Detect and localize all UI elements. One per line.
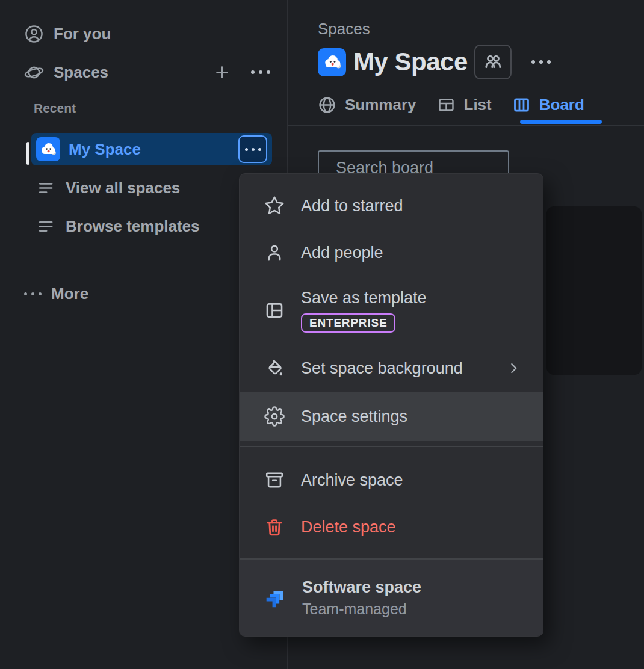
tabbar-border — [288, 125, 644, 126]
menu-item-archive-space[interactable]: Archive space — [240, 457, 543, 504]
page-title: My Space — [353, 48, 468, 76]
menu-footer: Software space Team-managed — [240, 560, 543, 636]
menu-item-add-people[interactable]: Add people — [240, 229, 543, 276]
teams-button[interactable] — [474, 45, 512, 79]
tab-label: Summary — [345, 96, 416, 114]
menu-item-label: Space settings — [301, 407, 407, 426]
space-context-menu: Add to starred Add people Save as templa… — [239, 173, 543, 637]
list-lines-icon — [36, 217, 56, 236]
add-space-button[interactable] — [210, 60, 234, 84]
tab-label: Board — [539, 96, 584, 114]
tab-list[interactable]: List — [437, 96, 492, 114]
active-tab-underline — [520, 120, 602, 124]
space-type-subtitle: Team-managed — [302, 600, 421, 618]
tab-label: List — [464, 96, 492, 114]
menu-item-label: Delete space — [301, 518, 396, 537]
person-circle-icon — [24, 24, 44, 44]
menu-item-set-space-background[interactable]: Set space background — [240, 345, 543, 392]
sidebar-item-label: For you — [54, 25, 111, 43]
jira-icon — [264, 586, 288, 610]
table-icon — [437, 96, 456, 114]
sidebar-item-spaces[interactable]: Spaces — [24, 58, 273, 87]
menu-item-space-settings[interactable]: Space settings — [240, 392, 543, 441]
list-lines-icon — [36, 178, 56, 198]
plus-icon — [213, 63, 231, 81]
menu-item-label: Add people — [301, 244, 383, 262]
sidebar-item-browse-templates[interactable]: Browse templates — [36, 212, 273, 241]
star-icon — [264, 195, 285, 217]
space-more-button[interactable] — [238, 135, 267, 163]
sidebar-item-more[interactable]: More — [24, 279, 273, 308]
menu-item-label: Set space background — [301, 359, 463, 378]
space-type-title: Software space — [302, 578, 421, 597]
space-avatar-icon — [36, 137, 60, 161]
sidebar-item-label: More — [51, 285, 88, 303]
board-column-panel — [546, 206, 642, 375]
person-icon — [264, 242, 285, 264]
recent-section-label: Recent — [34, 101, 76, 116]
spaces-more-button[interactable] — [249, 60, 273, 84]
sidebar-item-for-you[interactable]: For you — [24, 19, 273, 48]
page-title-row: My Space — [318, 48, 468, 76]
planet-icon — [24, 63, 44, 82]
view-tabs: Summary List Board — [318, 89, 584, 120]
tab-summary[interactable]: Summary — [318, 96, 416, 114]
sidebar-item-my-space[interactable]: My Space — [31, 133, 272, 165]
menu-item-save-as-template[interactable]: Save as template ENTERPRISE — [240, 276, 543, 345]
chevron-right-icon — [506, 360, 521, 376]
trash-icon — [264, 516, 285, 538]
menu-item-label: Save as template — [301, 289, 427, 307]
menu-item-label: Add to starred — [301, 197, 403, 215]
more-dots-icon — [24, 292, 42, 295]
globe-icon — [318, 96, 336, 114]
tab-board[interactable]: Board — [512, 96, 584, 114]
sidebar-item-label: Browse templates — [66, 217, 200, 236]
sidebar-item-label: View all spaces — [66, 179, 180, 197]
header-more-button[interactable] — [523, 45, 559, 79]
space-avatar-icon — [318, 48, 346, 76]
board-icon — [512, 96, 531, 114]
paint-bucket-icon — [264, 357, 285, 379]
archive-icon — [264, 469, 285, 491]
menu-item-add-to-starred[interactable]: Add to starred — [240, 182, 543, 229]
enterprise-badge: ENTERPRISE — [301, 313, 395, 333]
breadcrumb: Spaces — [318, 20, 370, 39]
ellipsis-icon — [531, 60, 551, 64]
gear-icon — [264, 405, 285, 427]
sidebar-item-view-all-spaces[interactable]: View all spaces — [36, 173, 273, 202]
menu-item-delete-space[interactable]: Delete space — [240, 504, 543, 550]
active-indicator — [26, 142, 29, 165]
people-icon — [482, 51, 504, 73]
sidebar-item-label: Spaces — [54, 63, 108, 82]
sidebar-item-label: My Space — [69, 140, 238, 159]
app-window: For you Spaces Recent — [0, 0, 644, 669]
menu-divider — [240, 446, 543, 447]
menu-item-label: Archive space — [301, 471, 403, 490]
ellipsis-icon — [251, 70, 270, 74]
template-icon — [264, 300, 285, 321]
